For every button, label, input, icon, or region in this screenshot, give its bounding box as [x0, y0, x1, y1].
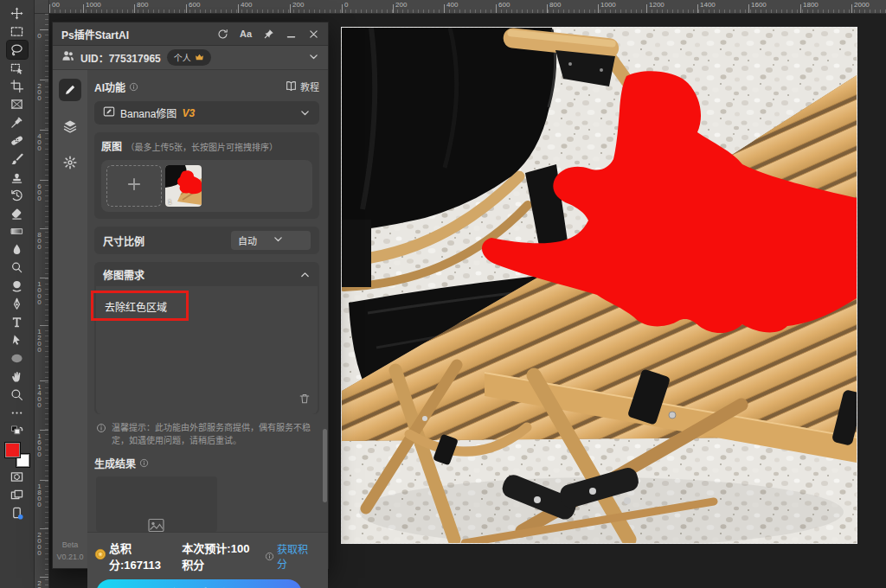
photoshop-workspace: 0010008006004002000200400600800100012001… [0, 0, 886, 588]
close-icon[interactable] [308, 29, 319, 40]
ruler-label: 1000 [35, 280, 43, 304]
prompt-textarea[interactable]: 去除红色区域 [96, 286, 318, 414]
swap-colors[interactable] [7, 422, 28, 440]
size-ratio-label: 尺寸比例 [103, 233, 144, 248]
gradient-tool[interactable] [7, 222, 28, 240]
pin-icon[interactable] [263, 29, 274, 40]
account-row[interactable]: UID：775317965 个人 [53, 46, 328, 70]
estimate-points-label: 本次预计:100积分 [182, 540, 259, 572]
info-icon[interactable] [136, 455, 149, 470]
ruler-label: 1800 [803, 1, 819, 9]
eyedropper-tool[interactable] [7, 113, 28, 131]
book-icon [286, 80, 297, 93]
panel-scrollbar[interactable] [323, 429, 327, 502]
type-tool[interactable] [7, 313, 28, 331]
chevron-down-icon[interactable] [308, 50, 319, 66]
beta-version-label: Beta V0.21.0 [53, 540, 87, 563]
coin-icon [94, 548, 106, 564]
notice-text: 温馨提示：此功能由外部服务商提供，偶有服务不稳定，如遇使用问题，请稍后重试。 [112, 421, 318, 447]
dodge-tool[interactable] [7, 259, 28, 277]
source-images-title: 原图 [101, 141, 122, 153]
get-points-link[interactable]: 获取积分 [277, 541, 312, 571]
generate-button[interactable]: 立即生成 [96, 579, 302, 588]
startai-plugin-panel: Ps插件StartAI Aa UID：775317965 个人 Beta V0.… [52, 22, 329, 569]
minimize-icon[interactable] [286, 29, 297, 40]
zoom-tool[interactable] [7, 386, 28, 404]
frame-tool[interactable] [7, 95, 28, 113]
blur-tool[interactable] [7, 240, 28, 259]
prompt-section: 修图需求 去除红色区域 [94, 262, 319, 414]
info-icon[interactable] [261, 548, 274, 564]
source-images-hint: （最多上传5张，长按图片可拖拽排序） [125, 143, 278, 152]
foreground-color-swatch[interactable] [4, 442, 21, 458]
edit-toolbar[interactable] [7, 404, 28, 422]
shape-tool[interactable] [7, 349, 28, 368]
hand-tool[interactable] [7, 368, 28, 386]
ruler-label: 800 [137, 1, 148, 9]
chevron-down-icon [299, 107, 311, 118]
move-tool[interactable] [7, 4, 28, 22]
ruler-label: 1600 [751, 1, 767, 9]
ruler-label: 1200 [35, 328, 43, 352]
refresh-icon[interactable] [217, 29, 228, 40]
model-version-badge: V3 [182, 107, 195, 119]
ruler-label: 400 [35, 132, 43, 150]
model-dropdown[interactable]: Banana修图 V3 [94, 101, 319, 125]
object-selection-tool[interactable] [7, 59, 28, 77]
crop-tool[interactable] [7, 77, 28, 95]
screen-mode[interactable] [7, 486, 28, 504]
rail-layers-tab[interactable] [59, 115, 81, 137]
thumbnail-index-label: 1 [168, 198, 171, 206]
burn-tool[interactable] [7, 277, 28, 295]
ruler-label: 1000 [600, 1, 616, 9]
info-icon[interactable] [125, 79, 138, 94]
prompt-title: 修图需求 [103, 267, 144, 282]
result-placeholder [96, 476, 217, 532]
ruler-label: 1400 [700, 1, 716, 9]
badge-label: 个人 [174, 51, 191, 64]
vertical-ruler: 0200400600800100012001400160018002000220… [35, 14, 49, 588]
size-ratio-row: 尺寸比例 自动 [94, 227, 319, 254]
lasso-tool[interactable] [7, 41, 28, 59]
titlebar-icons: Aa [217, 29, 319, 40]
ruler-label: 1000 [86, 1, 101, 9]
ruler-label: 400 [241, 1, 252, 9]
trash-icon[interactable] [299, 393, 311, 408]
panel-footer: 总积分:167113 本次预计:100积分 获取积分 立即生成 [87, 532, 328, 588]
users-icon [61, 49, 74, 66]
eraser-tool[interactable] [7, 204, 28, 222]
ruler-label: 2200 [35, 579, 43, 588]
rail-settings-tab[interactable] [59, 151, 81, 174]
ruler-label: 1400 [35, 383, 43, 407]
document-canvas[interactable] [341, 27, 857, 544]
ruler-label: 0 [344, 1, 348, 9]
quick-mask[interactable] [7, 468, 28, 486]
brush-tool[interactable] [7, 150, 28, 168]
healing-brush-tool[interactable] [7, 131, 28, 150]
source-images-section: 原图 （最多上传5张，长按图片可拖拽排序） [94, 132, 319, 219]
font-size-icon[interactable]: Aa [240, 29, 252, 39]
account-type-badge: 个人 [167, 49, 211, 66]
chevron-up-icon[interactable] [299, 269, 311, 280]
clone-stamp-tool[interactable] [7, 168, 28, 186]
ruler-label: 200 [292, 1, 304, 9]
picture-icon [148, 518, 164, 532]
panel-titlebar[interactable]: Ps插件StartAI Aa [53, 22, 328, 46]
color-swatches[interactable] [4, 442, 30, 468]
device-preview[interactable] [7, 504, 28, 522]
red-annotation-box [91, 291, 189, 321]
ruler-label: 1800 [35, 483, 43, 507]
add-image-button[interactable] [106, 165, 162, 207]
size-ratio-dropdown[interactable]: 自动 [231, 231, 311, 250]
edit-image-icon [103, 105, 115, 121]
marquee-tool[interactable] [7, 22, 28, 41]
rail-edit-tab[interactable] [59, 79, 81, 101]
ruler-label: 600 [498, 1, 510, 9]
uploaded-image-thumbnail[interactable]: 1 [165, 165, 202, 207]
tutorial-button[interactable]: 教程 [286, 80, 319, 93]
path-select-tool[interactable] [7, 331, 28, 349]
ruler-label: 2000 [35, 531, 43, 555]
history-brush-tool[interactable] [7, 186, 28, 204]
notice-row: 温馨提示：此功能由外部服务商提供，偶有服务不稳定，如遇使用问题，请稍后重试。 [94, 421, 319, 447]
pen-tool[interactable] [7, 295, 28, 313]
